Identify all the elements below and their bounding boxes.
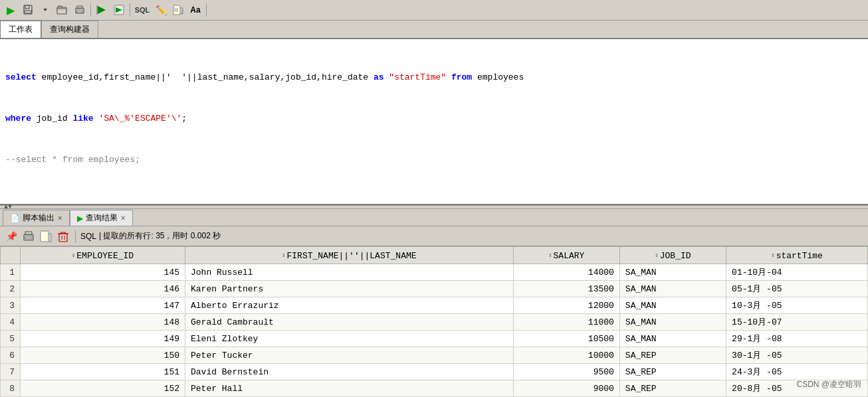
cell-salary: 10500 [513,331,619,347]
cell-empid: 149 [21,331,185,347]
table-row: 4 148 Gerald Cambrault 11000 SA_MAN 15-1… [1,314,868,331]
col-header-name[interactable]: ⇕FIRST_NAME||''||LAST_NAME [185,247,513,264]
watermark: CSDN @凌空暗羽 [796,379,861,390]
cell-empid: 147 [21,297,185,314]
table-row: 5 149 Eleni Zlotkey 10500 SA_MAN 29-1月 -… [1,331,868,347]
cell-jobid: SA_MAN [619,297,726,314]
cell-jobid: SA_MAN [619,281,726,297]
cell-salary: 9500 [513,364,619,380]
cell-name: Eleni Zlotkey [185,331,513,347]
cell-name: Karen Partners [185,281,513,297]
cell-jobid: SA_REP [619,364,726,380]
col-header-jobid[interactable]: ⇕JOB_ID [619,247,726,264]
row-number: 2 [1,281,21,297]
row-number: 4 [1,314,21,331]
cell-empid: 146 [21,281,185,297]
svg-marker-8 [98,6,106,14]
tab-bar-top: 工作表 查询构建器 [0,21,868,39]
cell-starttime: 29-1月 -08 [726,331,868,347]
cell-jobid: SA_REP [619,347,726,364]
export-button[interactable]: ▤ [170,2,186,18]
cell-starttime: 10-3月 -05 [726,297,868,314]
cell-starttime: 30-1月 -05 [726,347,868,364]
cell-starttime: 24-3月 -05 [726,364,868,380]
editor-area: select employee_id,first_name||' '||last… [0,39,868,205]
col-header-salary[interactable]: ⇕SALARY [513,247,619,264]
cell-name: Peter Tucker [185,347,513,364]
table-row: 3 147 Alberto Errazuriz 12000 SA_MAN 10-… [1,297,868,314]
cell-empid: 150 [21,347,185,364]
separator-2 [130,3,130,17]
separator-1 [90,3,91,17]
table-row: 7 151 David Bernstein 9500 SA_REP 24-3月 … [1,364,868,380]
svg-text:▤: ▤ [174,7,179,12]
cell-salary: 9000 [513,380,619,397]
tab-worksheet[interactable]: 工作表 [0,21,41,38]
cell-salary: 12000 [513,297,619,314]
row-number: 5 [1,331,21,347]
cell-starttime: 05-1月 -05 [726,281,868,297]
cell-salary: 11000 [513,314,619,331]
table-header-row: ⇕EMPLOYEE_ID ⇕FIRST_NAME||''||LAST_NAME … [1,247,868,264]
svg-rect-2 [25,11,31,13]
open-button[interactable] [54,2,70,18]
cell-jobid: SA_MAN [619,331,726,347]
cell-salary: 10000 [513,347,619,364]
cell-name: Alberto Errazuriz [185,297,513,314]
cell-jobid: SA_REP [619,380,726,397]
svg-rect-1 [25,5,29,9]
col-header-empid[interactable]: ⇕EMPLOYEE_ID [21,247,185,264]
cell-starttime: 15-10月-07 [726,314,868,331]
table-row: 6 150 Peter Tucker 10000 SA_REP 30-1月 -0… [1,347,868,364]
cell-empid: 148 [21,314,185,331]
row-number: 6 [1,347,21,364]
row-number: 3 [1,297,21,314]
code-editor[interactable]: select employee_id,first_name||' '||last… [0,39,868,204]
cell-name: Gerald Cambrault [185,314,513,331]
row-number: 8 [1,380,21,397]
save-dropdown-button[interactable] [37,2,53,18]
cell-empid: 151 [21,364,185,380]
row-number: 7 [1,364,21,380]
table-row: 8 152 Peter Hall 9000 SA_REP 20-8月 -05 [1,380,868,397]
execute-button[interactable] [94,2,110,18]
format-button[interactable]: ✏️ [153,2,169,18]
svg-rect-7 [77,11,82,13]
main-layout: ▶ SQL ✏️ ▤ Aa 工作表 [0,0,868,397]
table-body: 1 145 John Russell 14000 SA_MAN 01-10月-0… [1,264,868,397]
sql-button[interactable]: SQL [133,2,152,18]
save-button[interactable] [20,2,36,18]
col-header-rownum [1,247,21,264]
cell-name: David Bernstein [185,364,513,380]
run-button[interactable]: ▶ [3,2,19,18]
panel-splitter[interactable]: ▲▼ [0,205,868,209]
table-row: 2 146 Karen Partners 13500 SA_MAN 05-1月 … [1,281,868,297]
print-button[interactable] [72,2,88,18]
toolbar: ▶ SQL ✏️ ▤ Aa [0,0,868,21]
cell-salary: 13500 [513,281,619,297]
tab-query-builder[interactable]: 查询构建器 [41,21,98,38]
cell-empid: 152 [21,380,185,397]
svg-marker-3 [43,9,47,11]
cell-jobid: SA_MAN [619,314,726,331]
font-button[interactable]: Aa [187,2,203,18]
col-header-starttime[interactable]: ⇕startTime [726,247,868,264]
separator-3 [206,3,207,17]
cell-name: Peter Hall [185,380,513,397]
execute-script-button[interactable] [111,2,127,18]
